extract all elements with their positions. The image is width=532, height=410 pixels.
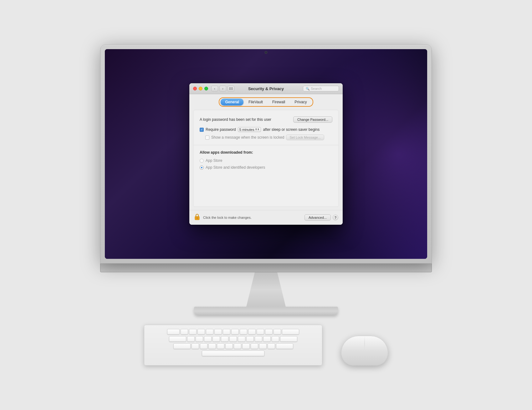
minimize-button[interactable] — [199, 87, 202, 90]
title-bar: ‹ › Security & Privacy � — [189, 83, 343, 94]
imac-body: ‹ › Security & Privacy � — [100, 44, 432, 264]
app-store-radio[interactable] — [200, 159, 204, 163]
key[interactable] — [208, 343, 216, 349]
key[interactable] — [192, 343, 199, 349]
tab-privacy[interactable]: Privacy — [290, 99, 311, 105]
require-password-row: ✓ Require password 5 minutes ⬆⬇ after sl… — [200, 127, 332, 132]
key[interactable] — [251, 343, 258, 349]
key-enter[interactable] — [276, 343, 293, 349]
search-icon: 🔍 — [306, 87, 309, 90]
key[interactable] — [181, 329, 188, 335]
back-button[interactable]: ‹ — [211, 86, 218, 91]
require-password-label: Require password — [206, 127, 236, 132]
key-spacebar[interactable] — [202, 351, 264, 356]
stand-base — [194, 307, 338, 315]
key[interactable] — [167, 329, 180, 335]
imac-chin — [100, 264, 432, 272]
content-area: A login password has been set for this u… — [193, 110, 339, 207]
key[interactable] — [280, 336, 297, 342]
grid-button[interactable] — [228, 86, 234, 91]
set-lock-message-button[interactable]: Set Lock Message... — [286, 135, 324, 140]
magic-mouse[interactable] — [341, 336, 388, 366]
key[interactable] — [268, 343, 275, 349]
key[interactable] — [229, 336, 237, 342]
key[interactable] — [255, 336, 262, 342]
tab-firewall[interactable]: Firewall — [268, 99, 289, 105]
search-box[interactable]: 🔍 Search — [303, 86, 339, 91]
select-arrows-icon: ⬆⬇ — [255, 128, 259, 131]
key[interactable] — [200, 343, 207, 349]
login-password-section: A login password has been set for this u… — [193, 110, 339, 145]
login-password-text: A login password has been set for this u… — [200, 117, 271, 122]
key[interactable] — [206, 329, 213, 335]
tab-highlight-ring: General FileVault Firewall Privacy — [219, 97, 313, 107]
screen-bezel: ‹ › Security & Privacy � — [105, 49, 427, 259]
key[interactable] — [231, 329, 239, 335]
stand-neck — [238, 272, 294, 307]
lock-icon — [194, 213, 201, 220]
key[interactable] — [196, 336, 203, 342]
tabs-area: General FileVault Firewall Privacy — [189, 94, 343, 107]
svg-point-1 — [197, 218, 197, 218]
require-password-checkbox[interactable]: ✓ — [200, 128, 204, 132]
key[interactable] — [187, 336, 195, 342]
key[interactable] — [234, 343, 241, 349]
key[interactable] — [259, 343, 267, 349]
help-button[interactable]: ? — [333, 215, 338, 220]
key[interactable] — [225, 343, 233, 349]
change-password-button[interactable]: Change Password... — [293, 116, 332, 123]
app-store-row: App Store — [200, 158, 332, 163]
advanced-button[interactable]: Advanced... — [304, 214, 331, 221]
window-title: Security & Privacy — [248, 86, 284, 91]
lock-message-checkbox[interactable] — [205, 136, 209, 140]
desktop-background: ‹ › Security & Privacy � — [105, 49, 427, 259]
checkmark-icon: ✓ — [201, 128, 203, 131]
key[interactable] — [169, 336, 186, 342]
key[interactable] — [217, 343, 224, 349]
tab-filevault[interactable]: FileVault — [244, 99, 267, 105]
time-select[interactable]: 5 minutes ⬆⬇ — [238, 127, 261, 132]
bottom-bar: Click the lock to make changes. Advanced… — [189, 210, 343, 225]
key[interactable] — [223, 329, 230, 335]
key[interactable] — [246, 336, 254, 342]
login-password-row: A login password has been set for this u… — [200, 116, 332, 123]
app-store-label: App Store — [206, 158, 222, 163]
key[interactable] — [248, 329, 256, 335]
time-value: 5 minutes — [239, 128, 254, 131]
key[interactable] — [263, 336, 271, 342]
camera — [265, 51, 268, 54]
key[interactable] — [221, 336, 228, 342]
nav-buttons: ‹ › — [211, 86, 226, 91]
key[interactable] — [274, 329, 281, 335]
key[interactable] — [265, 329, 273, 335]
key[interactable] — [214, 329, 222, 335]
lock-message-label: Show a message when the screen is locked — [211, 135, 284, 140]
close-button[interactable] — [193, 87, 197, 90]
keyboard — [144, 325, 322, 366]
imac-computer: ‹ › Security & Privacy � — [100, 44, 432, 366]
lock-icon-wrapper[interactable] — [194, 213, 201, 222]
app-store-identified-row: App Store and identified developers — [200, 165, 332, 170]
key[interactable] — [212, 336, 220, 342]
allow-apps-title: Allow apps downloaded from: — [200, 150, 332, 155]
key[interactable] — [189, 329, 197, 335]
key[interactable] — [242, 343, 250, 349]
app-store-identified-radio[interactable] — [200, 166, 204, 170]
key[interactable] — [282, 329, 299, 335]
app-store-identified-label: App Store and identified developers — [206, 165, 265, 170]
key[interactable] — [272, 336, 279, 342]
lock-message-row: Show a message when the screen is locked… — [200, 135, 332, 140]
traffic-lights — [193, 87, 208, 90]
key[interactable] — [173, 343, 191, 349]
key[interactable] — [197, 329, 205, 335]
key[interactable] — [257, 329, 264, 335]
search-placeholder: Search — [311, 87, 322, 90]
key[interactable] — [240, 329, 247, 335]
tab-general[interactable]: General — [221, 99, 243, 105]
allow-apps-section: Allow apps downloaded from: App Store Ap… — [193, 145, 339, 178]
forward-button[interactable]: › — [219, 86, 226, 91]
maximize-button[interactable] — [204, 87, 208, 90]
key[interactable] — [204, 336, 212, 342]
key[interactable] — [238, 336, 245, 342]
after-sleep-text: after sleep or screen saver begins — [263, 127, 320, 132]
